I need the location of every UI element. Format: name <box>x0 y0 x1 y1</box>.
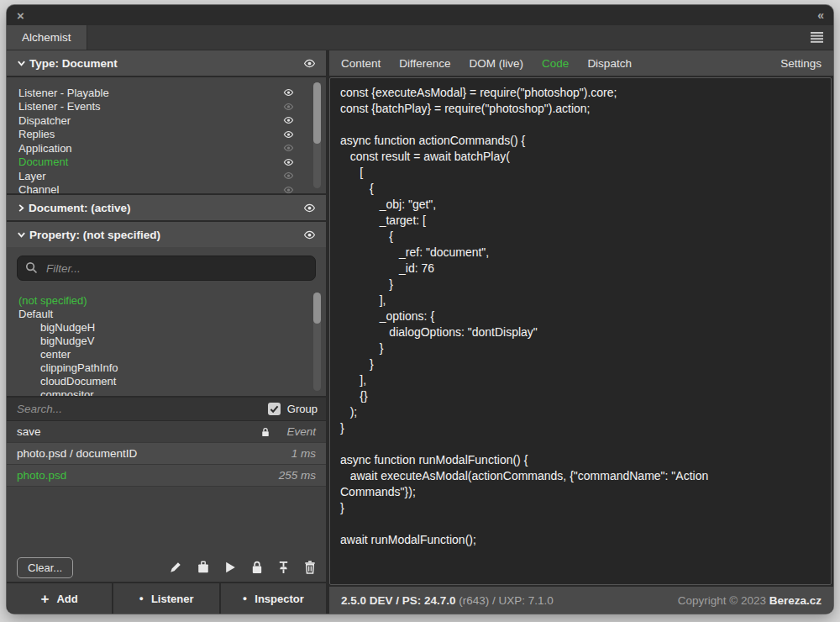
group-checkbox[interactable] <box>268 403 281 415</box>
copyright-text: Copyright © 2023 Bereza.cz <box>678 594 822 607</box>
eye-icon[interactable] <box>283 88 294 97</box>
chevron-down-icon <box>17 230 26 239</box>
property-section: Property: (not specified) (not specified… <box>7 222 326 396</box>
document-header-label: Document: (active) <box>29 202 131 214</box>
type-header-label: Type: Document <box>29 57 118 70</box>
tab-code[interactable]: Code <box>542 57 569 70</box>
tab-dispatch[interactable]: Dispatch <box>587 57 632 70</box>
eye-icon[interactable] <box>283 144 294 152</box>
panel-tabbar: Alchemist <box>7 25 833 50</box>
type-item[interactable]: Channel <box>18 183 326 194</box>
play-icon[interactable] <box>224 561 237 574</box>
pin-icon[interactable] <box>277 561 290 574</box>
pencil-icon[interactable] <box>169 561 182 574</box>
property-item[interactable]: cloudDocument <box>18 375 326 388</box>
listener-toggle-button[interactable]: ● Listener <box>113 583 218 614</box>
tab-settings[interactable]: Settings <box>780 57 822 70</box>
clipboard-icon[interactable] <box>197 561 210 574</box>
property-item[interactable]: bigNudgeH <box>18 321 326 335</box>
eye-icon[interactable] <box>283 171 294 180</box>
property-item[interactable]: bigNudgeV <box>18 335 326 348</box>
record-meta: 255 ms <box>279 469 316 482</box>
property-header-label: Property: (not specified) <box>29 229 160 241</box>
brand-link[interactable]: Bereza.cz <box>769 594 822 607</box>
eye-icon[interactable] <box>283 116 294 124</box>
search-input[interactable] <box>15 402 261 416</box>
tab-alchemist[interactable]: Alchemist <box>7 25 87 50</box>
eye-icon[interactable] <box>303 59 316 68</box>
detail-panel: Content Difference DOM (live) Code Dispa… <box>329 50 833 614</box>
filter-field-wrap <box>7 247 326 287</box>
type-section-header[interactable]: Type: Document <box>7 50 326 76</box>
filter-input[interactable] <box>17 256 316 281</box>
tab-difference[interactable]: Difference <box>399 57 450 70</box>
generated-code[interactable]: const {executeAsModal} = require("photos… <box>330 78 767 555</box>
search-row: Group <box>7 398 326 420</box>
bottom-button-row: + Add ● Listener ● Inspector <box>7 582 326 614</box>
property-section-header[interactable]: Property: (not specified) <box>7 222 326 247</box>
add-button[interactable]: + Add <box>7 583 112 614</box>
alchemist-panel-window: × « Alchemist Type: Document Listener - … <box>7 5 833 614</box>
record-list-empty-area <box>7 487 326 553</box>
type-item[interactable]: Listener - Events <box>18 100 326 114</box>
type-list-scrollbar[interactable] <box>313 82 321 188</box>
eye-icon[interactable] <box>303 230 316 240</box>
window-titlebar: × « <box>7 5 833 25</box>
panel-menu-icon[interactable] <box>811 32 823 43</box>
chevron-down-icon <box>17 59 26 67</box>
tab-dom-live[interactable]: DOM (live) <box>470 57 524 70</box>
status-bar: 2.5.0 DEV / PS: 24.7.0 (r643) / UXP: 7.1… <box>329 587 833 614</box>
actions-toolbar: Clear... <box>7 553 326 582</box>
detail-tabbar: Content Difference DOM (live) Code Dispa… <box>329 50 833 76</box>
tab-content[interactable]: Content <box>341 57 381 70</box>
record-dot-icon: ● <box>139 595 143 603</box>
lock-icon <box>261 427 270 437</box>
type-item[interactable]: Application <box>18 141 326 156</box>
property-item[interactable]: center <box>18 348 326 361</box>
lock-icon[interactable] <box>251 561 263 574</box>
eye-icon[interactable] <box>283 103 294 111</box>
property-list: (not specified) Default bigNudgeH bigNud… <box>7 287 326 396</box>
property-item-selected[interactable]: (not specified) <box>18 294 326 308</box>
group-checkbox-label: Group <box>287 403 318 415</box>
property-list-scrollbar[interactable] <box>313 293 321 391</box>
property-item[interactable]: compositor <box>18 388 326 396</box>
type-list: Listener - Playable Listener - Events Di… <box>7 77 326 193</box>
collapse-panel-icon[interactable]: « <box>817 8 823 22</box>
search-icon <box>25 261 38 277</box>
property-item[interactable]: clippingPathInfo <box>18 361 326 375</box>
inspector-toggle-button[interactable]: ● Inspector <box>221 583 326 614</box>
type-item[interactable]: Dispatcher <box>18 113 326 128</box>
sidebar: Type: Document Listener - Playable Liste… <box>7 50 326 614</box>
property-item[interactable]: Default <box>18 308 326 321</box>
plus-icon: + <box>41 592 50 606</box>
eye-icon[interactable] <box>283 158 294 166</box>
type-item[interactable]: Replies <box>18 128 326 142</box>
record-row-selected[interactable]: photo.psd 255 ms <box>7 465 326 487</box>
close-icon[interactable]: × <box>17 9 24 22</box>
build-text: (r643) / UXP: 7.1.0 <box>456 594 554 607</box>
record-meta: 1 ms <box>291 447 316 460</box>
record-row[interactable]: photo.psd / documentID 1 ms <box>7 443 326 465</box>
record-row[interactable]: save Event <box>7 421 326 443</box>
type-item[interactable]: Listener - Playable <box>18 86 326 100</box>
version-text: 2.5.0 DEV / PS: 24.7.0 <box>341 594 456 607</box>
record-meta: Event <box>286 425 316 438</box>
eye-icon[interactable] <box>303 203 316 213</box>
type-item-selected[interactable]: Document <box>18 156 326 170</box>
document-section-header[interactable]: Document: (active) <box>7 195 326 220</box>
eye-icon[interactable] <box>283 186 294 193</box>
eye-icon[interactable] <box>283 130 294 139</box>
code-editor[interactable]: const {executeAsModal} = require("photos… <box>329 77 832 585</box>
clear-button[interactable]: Clear... <box>17 557 73 578</box>
type-item[interactable]: Layer <box>18 169 326 183</box>
chevron-right-icon <box>17 203 25 213</box>
trash-icon[interactable] <box>304 561 316 574</box>
record-dot-icon: ● <box>243 595 247 603</box>
